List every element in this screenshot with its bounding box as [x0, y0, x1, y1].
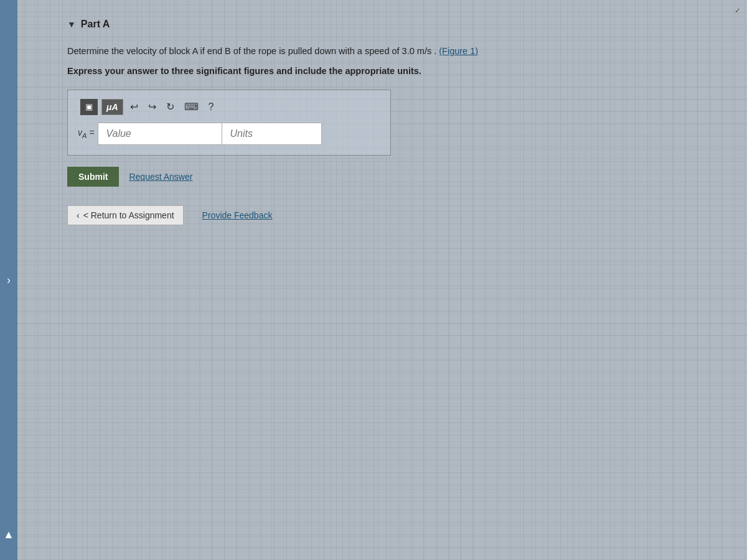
variable-label: vA =: [78, 128, 94, 139]
bold-instruction: Express your answer to three significant…: [67, 65, 710, 78]
answer-box: ▣ μA ↩ ↪ ↻ ⌨ ? vA =: [67, 90, 391, 156]
action-row: Submit Request Answer: [67, 167, 710, 187]
help-button[interactable]: ?: [205, 100, 217, 114]
keyboard-button[interactable]: ⌨: [181, 100, 202, 114]
mu-button[interactable]: μA: [101, 99, 123, 115]
refresh-icon: ↻: [166, 101, 174, 113]
help-icon: ?: [209, 101, 214, 113]
undo-button[interactable]: ↩: [127, 100, 141, 114]
matrix-icon: ▣: [85, 102, 93, 111]
matrix-button[interactable]: ▣: [80, 99, 98, 115]
undo-icon: ↩: [130, 101, 138, 113]
sidebar-arrow-up[interactable]: ▲: [3, 528, 14, 541]
content-area: ✓ ▼ Part A Determine the velocity of blo…: [17, 0, 747, 560]
mu-label: μA: [106, 102, 118, 112]
top-right-mark: ✓: [735, 6, 741, 15]
collapse-arrow[interactable]: ▼: [67, 19, 76, 29]
return-to-assignment-button[interactable]: ‹ < Return to Assignment: [67, 205, 184, 225]
redo-button[interactable]: ↪: [145, 100, 159, 114]
keyboard-icon: ⌨: [184, 101, 199, 113]
sidebar-arrow[interactable]: ›: [7, 274, 11, 287]
part-header: ▼ Part A: [67, 19, 710, 30]
submit-button[interactable]: Submit: [67, 167, 119, 187]
request-answer-button[interactable]: Request Answer: [129, 172, 192, 182]
provide-feedback-button[interactable]: Provide Feedback: [202, 210, 273, 220]
redo-icon: ↪: [148, 101, 156, 113]
left-sidebar: › ▲: [0, 0, 17, 560]
refresh-button[interactable]: ↻: [163, 100, 177, 114]
value-input[interactable]: [98, 123, 222, 145]
units-input[interactable]: [222, 123, 322, 145]
bottom-row: ‹ < Return to Assignment Provide Feedbac…: [67, 205, 710, 225]
input-row: vA =: [78, 123, 380, 145]
return-arrow-icon: ‹: [77, 210, 80, 220]
part-title: Part A: [81, 19, 110, 30]
return-label: < Return to Assignment: [83, 210, 174, 220]
figure-link[interactable]: (Figure 1): [439, 46, 478, 56]
toolbar: ▣ μA ↩ ↪ ↻ ⌨ ?: [78, 99, 380, 115]
question-text: Determine the velocity of block A if end…: [67, 45, 710, 58]
question-body: Determine the velocity of block A if end…: [67, 46, 436, 56]
